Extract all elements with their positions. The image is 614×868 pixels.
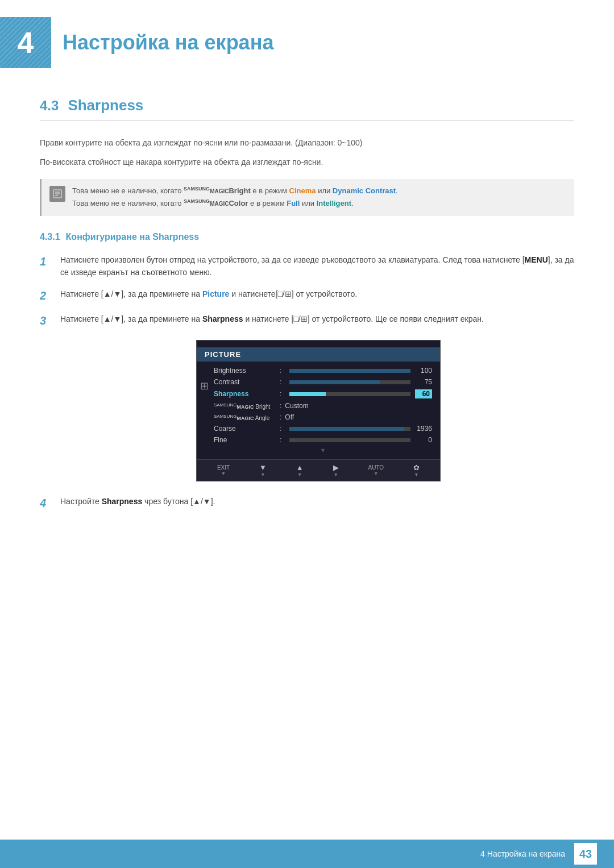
step-2-number: 2 — [40, 288, 55, 304]
page-footer: 4 Настройка на екрана 43 — [0, 840, 614, 868]
val-magic-angle: Off — [285, 413, 294, 421]
btn-down: ▼ ▼ — [259, 463, 267, 477]
step-4: 4 Настройте Sharpness чрез бутона [▲/▼]. — [40, 495, 574, 511]
btn-settings: ✿ ▼ — [413, 463, 420, 477]
subsection-number: 4.3.1 — [40, 232, 60, 242]
menu-item-coarse: Coarse : 1936 — [214, 423, 432, 434]
grid-icon: ⊞ — [200, 380, 209, 392]
screen-mockup: PICTURE ⊞ Brightness : 100 — [196, 340, 441, 481]
val-sharpness: 60 — [415, 389, 432, 398]
note-content: Това меню не е налично, когато SAMSUNGMA… — [72, 185, 566, 210]
section-heading: 4.3 Sharpness — [40, 97, 574, 121]
menu-label-magic-bright: SAMSUNGMAGIC Bright — [214, 402, 276, 410]
bar-contrast — [289, 380, 410, 384]
bar-brightness — [289, 369, 410, 373]
note-icon — [49, 186, 65, 202]
step-3-text: Натиснете [▲/▼], за да преминете на Shar… — [60, 313, 574, 325]
menu-item-magic-bright: SAMSUNGMAGIC Bright : Custom — [214, 400, 432, 412]
chapter-header: 4 Настройка на екрана — [0, 0, 614, 80]
subsection-title: Конфигуриране на Sharpness — [66, 232, 200, 242]
bar-fill-coarse — [289, 427, 404, 431]
step-2-text: Натиснете [▲/▼], за да преминете на Pict… — [60, 288, 574, 300]
step-1-text: Натиснете произволен бутон отпред на уст… — [60, 254, 574, 279]
val-contrast: 75 — [415, 378, 432, 386]
subsection-heading: 4.3.1 Конфигуриране на Sharpness — [40, 232, 574, 242]
step-2: 2 Натиснете [▲/▼], за да преминете на Pi… — [40, 288, 574, 304]
main-content: 4.3 Sharpness Прави контурите на обекта … — [0, 97, 614, 566]
btn-auto: AUTO ▼ — [368, 464, 384, 476]
screen-title-bar: PICTURE — [197, 347, 440, 362]
section-title: Sharpness — [68, 97, 143, 114]
bar-coarse — [289, 427, 410, 431]
screen-bottom-bar: EXIT ▼ ▼ ▼ ▲ ▼ ▶ ▼ — [197, 459, 440, 481]
menu-item-sharpness: Sharpness : 60 — [214, 388, 432, 400]
chapter-title: Настройка на екрана — [63, 31, 273, 55]
step-1: 1 Натиснете произволен бутон отпред на у… — [40, 254, 574, 279]
chapter-number-box: 4 — [0, 17, 51, 68]
menu-item-brightness: Brightness : 100 — [214, 365, 432, 376]
btn-exit: EXIT ▼ — [217, 464, 230, 476]
screen-container: PICTURE ⊞ Brightness : 100 — [63, 340, 574, 481]
menu-item-magic-angle: SAMSUNGMAGIC Angle : Off — [214, 412, 432, 423]
bar-fill-contrast — [289, 380, 380, 384]
val-fine: 0 — [415, 436, 432, 444]
bar-fine — [289, 438, 410, 442]
val-coarse: 1936 — [415, 425, 432, 433]
menu-label-coarse: Coarse — [214, 425, 276, 433]
steps-list: 1 Натиснете произволен бутон отпред на у… — [40, 254, 574, 512]
step-3-number: 3 — [40, 313, 55, 329]
note-box: Това меню не е налично, когато SAMSUNGMA… — [40, 179, 574, 216]
description-2: По-високата стойност ще накара контурите… — [40, 156, 574, 168]
val-magic-bright: Custom — [285, 402, 308, 410]
screen-menu: Brightness : 100 Contrast : — [197, 363, 440, 457]
menu-item-fine: Fine : 0 — [214, 434, 432, 446]
bar-sharpness — [289, 392, 410, 396]
val-brightness: 100 — [415, 367, 432, 375]
step-1-number: 1 — [40, 254, 55, 269]
menu-item-contrast: Contrast : 75 — [214, 376, 432, 388]
menu-label-brightness: Brightness — [214, 367, 276, 375]
footer-page-number: 43 — [574, 843, 597, 865]
menu-label-contrast: Contrast — [214, 378, 276, 386]
footer-chapter-text: 4 Настройка на екрана — [480, 849, 565, 858]
scroll-indicator: ▼ — [214, 446, 432, 455]
menu-label-fine: Fine — [214, 436, 276, 444]
bar-fill-sharpness — [289, 392, 326, 396]
step-4-text: Настройте Sharpness чрез бутона [▲/▼]. — [60, 495, 574, 508]
note-line-1: Това меню не е налично, когато SAMSUNGMA… — [72, 185, 566, 197]
btn-up: ▲ ▼ — [296, 463, 304, 477]
btn-right: ▶ ▼ — [333, 463, 339, 477]
menu-label-sharpness: Sharpness — [214, 390, 276, 398]
description-1: Прави контурите на обекта да изглеждат п… — [40, 136, 574, 149]
note-line-2: Това меню не е налично, когато SAMSUNGMA… — [72, 197, 566, 210]
menu-label-magic-angle: SAMSUNGMAGIC Angle — [214, 414, 276, 421]
section-number: 4.3 — [40, 98, 59, 114]
step-4-number: 4 — [40, 495, 55, 511]
bar-fill-brightness — [289, 369, 410, 373]
step-3: 3 Натиснете [▲/▼], за да преминете на Sh… — [40, 313, 574, 329]
